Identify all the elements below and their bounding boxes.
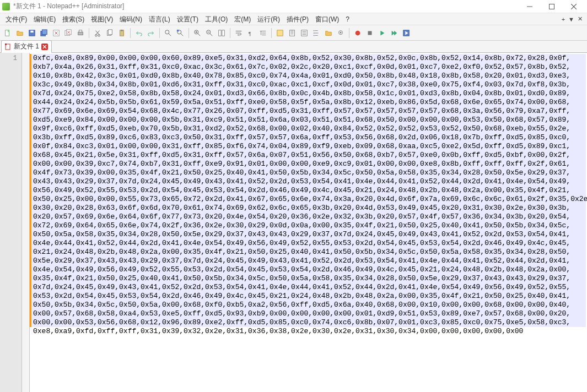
doc-list-icon[interactable] [299, 28, 310, 39]
menu-search[interactable]: 搜索(S) [59, 13, 88, 25]
print-icon[interactable] [75, 28, 86, 39]
svg-point-33 [356, 30, 360, 35]
app-icon [2, 3, 10, 10]
fold-margin [22, 53, 30, 392]
save-icon[interactable] [26, 28, 37, 39]
menu-file[interactable]: 文件(F) [2, 13, 30, 25]
svg-point-17 [165, 30, 169, 34]
svg-rect-37 [5, 43, 7, 45]
menu-encoding[interactable]: 编码(N) [116, 13, 146, 25]
macro-record-icon[interactable] [352, 28, 363, 39]
menu-macro[interactable]: 宏(M) [231, 13, 254, 25]
zoom-in-icon[interactable] [192, 28, 203, 39]
menu-right-plus[interactable]: + [562, 16, 565, 23]
menu-tools[interactable]: 工具(O) [202, 13, 231, 25]
minimize-button[interactable] [519, 0, 541, 13]
cut-icon[interactable] [92, 28, 103, 39]
copy-icon[interactable] [104, 28, 115, 39]
menu-help[interactable]: ? [342, 13, 353, 25]
paste-icon[interactable] [116, 28, 127, 39]
menu-settings[interactable]: 设置(T) [174, 13, 202, 25]
macro-play-multi-icon[interactable] [389, 28, 400, 39]
indent-guide-icon[interactable] [257, 28, 268, 39]
titlebar: *新文件 1 - Notepad++ [Administrator] [0, 0, 587, 13]
sync-scroll-icon[interactable] [216, 28, 227, 39]
doc-tab-1[interactable]: 新文件 1 [1, 40, 52, 53]
macro-save-icon[interactable] [401, 28, 412, 39]
svg-rect-9 [78, 32, 83, 35]
doc-tab-close-icon[interactable] [41, 43, 48, 50]
redo-icon[interactable] [146, 28, 157, 39]
svg-rect-3 [30, 30, 33, 32]
replace-icon[interactable] [175, 28, 186, 39]
menubar: 文件(F) 编辑(E) 搜索(S) 视图(V) 编码(N) 语言(L) 设置(T… [0, 13, 587, 25]
find-icon[interactable] [163, 28, 174, 39]
close-all-icon[interactable] [63, 28, 74, 39]
svg-rect-10 [79, 30, 82, 32]
menu-window[interactable]: 窗口(W) [312, 13, 342, 25]
line-number-1: 1 [0, 54, 21, 63]
svg-point-32 [340, 31, 342, 33]
close-window-button[interactable] [563, 0, 585, 13]
save-all-icon[interactable] [39, 28, 50, 39]
open-file-icon[interactable] [14, 28, 25, 39]
svg-rect-14 [108, 29, 112, 34]
tabstrip: 新文件 1 [0, 41, 587, 53]
menu-run[interactable]: 运行(R) [254, 13, 283, 25]
code-area[interactable]: 0xfc,0xe8,0x89,0x00,0x00,0x00,0x60,0x89,… [30, 53, 587, 392]
doc-tab-label: 新文件 1 [14, 42, 39, 51]
macro-stop-icon[interactable] [364, 28, 375, 39]
menu-right-close[interactable]: ✕ [578, 15, 583, 23]
close-doc-icon[interactable] [51, 28, 62, 39]
line-number-gutter: 1 [0, 53, 22, 392]
maximize-button[interactable] [541, 0, 563, 13]
show-all-chars-icon[interactable]: ¶ [245, 28, 256, 39]
new-file-icon[interactable] [2, 28, 13, 39]
macro-play-icon[interactable] [376, 28, 387, 39]
doc-map-icon[interactable] [287, 28, 298, 39]
svg-point-29 [314, 32, 315, 34]
zoom-out-icon[interactable] [204, 28, 215, 39]
folder-workspace-icon[interactable] [323, 28, 334, 39]
monitor-icon[interactable] [335, 28, 346, 39]
wordwrap-icon[interactable] [233, 28, 244, 39]
svg-rect-0 [550, 4, 554, 9]
ud-lang-icon[interactable] [274, 28, 286, 39]
window-title: *新文件 1 - Notepad++ [Administrator] [13, 2, 124, 11]
menu-edit[interactable]: 编辑(E) [30, 13, 59, 25]
undo-icon[interactable] [133, 28, 144, 39]
function-list-icon[interactable] [311, 28, 322, 39]
svg-rect-25 [277, 30, 283, 36]
svg-rect-5 [42, 29, 47, 34]
menu-right-down[interactable]: ▼ [568, 16, 574, 23]
doc-tab-modified-icon [5, 43, 12, 50]
menu-view[interactable]: 视图(V) [88, 13, 116, 25]
svg-rect-16 [121, 29, 123, 31]
svg-rect-19 [177, 29, 179, 31]
editor[interactable]: 1 0xfc,0xe8,0x89,0x00,0x00,0x00,0x60,0x8… [0, 53, 587, 392]
svg-point-28 [314, 30, 315, 31]
svg-rect-22 [219, 30, 221, 36]
svg-text:¶: ¶ [249, 30, 251, 36]
code-text: 0xfc,0xe8,0x89,0x00,0x00,0x00,0x60,0x89,… [30, 53, 587, 336]
svg-rect-34 [368, 31, 372, 35]
svg-point-30 [314, 35, 315, 36]
menu-language[interactable]: 语言(L) [146, 13, 174, 25]
svg-rect-23 [222, 30, 224, 36]
toolbar: ¶ [0, 25, 587, 41]
menu-plugins[interactable]: 插件(P) [283, 13, 312, 25]
